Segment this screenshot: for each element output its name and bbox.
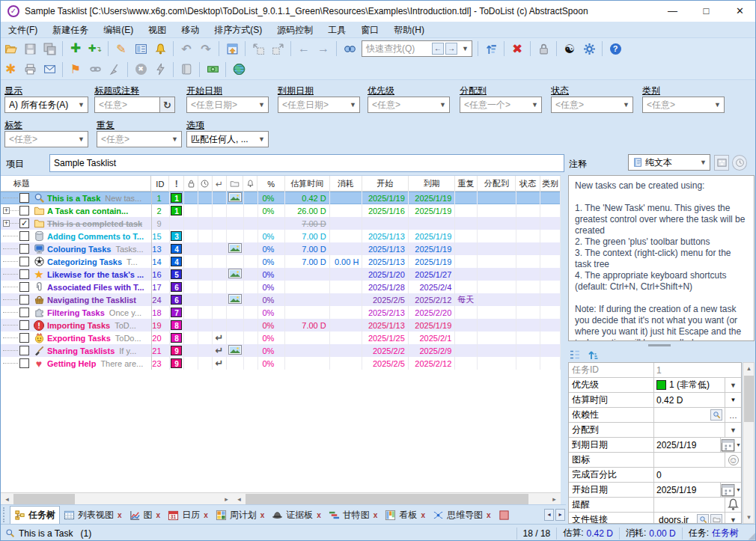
task-row-2[interactable]: +A Task can contain...210%26.00 D2025/1/…	[1, 204, 561, 217]
icon-picker-icon[interactable]: ☺	[725, 453, 741, 467]
save-button[interactable]	[21, 40, 39, 58]
filter-combo[interactable]: <任意日期>▼	[278, 97, 360, 113]
find-prev-icon[interactable]: ←	[432, 43, 444, 55]
filter-combo[interactable]: 匹配任何人, ...▼	[186, 131, 269, 147]
move-in-button[interactable]	[269, 40, 287, 58]
filter-combo[interactable]: <任意>▼	[368, 97, 450, 113]
task-checkbox[interactable]	[19, 282, 29, 292]
tab-tree[interactable]: 任务树	[10, 506, 60, 524]
attribute-value[interactable]: 0	[654, 468, 725, 482]
magnifier-icon[interactable]	[697, 514, 709, 524]
reminder-icon[interactable]	[725, 498, 741, 512]
tab-scroll-left-icon[interactable]: ◂	[544, 509, 554, 521]
comments-splitter-handle[interactable]	[648, 344, 671, 346]
resize-grip[interactable]: ◢	[749, 531, 755, 541]
find-next-icon[interactable]: →	[445, 43, 457, 55]
link-button[interactable]	[86, 61, 104, 79]
attribute-value[interactable]: 2025/1/19	[654, 483, 720, 497]
task-checkbox[interactable]	[19, 231, 29, 241]
filter-combo[interactable]: A) 所有任务(A)▼	[4, 97, 88, 113]
task-checkbox[interactable]	[19, 333, 29, 343]
close-button[interactable]: ✕	[723, 1, 756, 22]
task-checkbox[interactable]	[19, 269, 29, 279]
toggle-filter-icon[interactable]: ↻	[159, 97, 174, 112]
menu-item-0[interactable]: 文件(F)	[1, 22, 45, 38]
task-checkbox[interactable]	[19, 346, 29, 355]
filter-input[interactable]: <任意>↻	[94, 97, 175, 113]
comments-option-button[interactable]	[714, 155, 729, 171]
column-header-id[interactable]: ID	[151, 176, 169, 192]
preferences-button[interactable]	[580, 40, 598, 58]
cancel-button[interactable]: ✖	[132, 61, 150, 79]
column-header-file[interactable]	[227, 176, 244, 192]
tree-horizontal-scrollbar[interactable]: ◂ ▸	[1, 492, 233, 505]
comments-clock-button[interactable]	[732, 155, 747, 171]
column-header-pct[interactable]: %	[257, 176, 285, 192]
menu-item-6[interactable]: 源码控制	[269, 22, 320, 38]
spellcheck-button[interactable]: ✱	[1, 61, 19, 79]
attribute-value[interactable]	[654, 498, 725, 512]
column-header-title[interactable]: 标题	[1, 176, 151, 192]
sort-button[interactable]	[482, 40, 500, 58]
tab-scroll-right-icon[interactable]: ▸	[555, 509, 565, 521]
columns-horizontal-scrollbar[interactable]: ◂ ▸	[233, 492, 561, 505]
edit-button[interactable]: ✎	[112, 40, 130, 58]
redo-button[interactable]: ↷	[197, 40, 215, 58]
undo-button[interactable]: ↶	[177, 40, 195, 58]
log-button[interactable]	[177, 61, 195, 79]
reminder-button[interactable]	[151, 40, 169, 58]
new-task-button[interactable]: ✚	[67, 40, 85, 58]
column-header-est[interactable]: 估算时间	[285, 176, 330, 192]
column-header-spent[interactable]: 消耗	[330, 176, 363, 192]
task-row-14[interactable]: Categorizing TasksT...1440%7.00 D0.00 H2…	[1, 255, 561, 268]
tab-week[interactable]: 周计划x	[212, 506, 269, 524]
filter-combo[interactable]: <任意>▼	[642, 97, 725, 113]
attribute-value[interactable]	[654, 423, 725, 437]
maximize-button[interactable]: □	[689, 1, 723, 22]
edit-dialog-button[interactable]	[132, 40, 150, 58]
task-row-20[interactable]: Exporting TasksToDo...208↵0%2025/1/25202…	[1, 331, 561, 344]
attribute-value[interactable]	[654, 408, 725, 422]
close-tab-icon[interactable]: x	[487, 511, 491, 519]
attribute-value[interactable]	[654, 453, 725, 467]
help-button[interactable]: ?	[606, 40, 624, 58]
tab-chart[interactable]: 图x	[126, 506, 165, 524]
close-tab-icon[interactable]: x	[374, 511, 378, 519]
expand-icon[interactable]: +	[3, 220, 10, 227]
filter-combo[interactable]: <任意日期>▼	[186, 97, 269, 113]
maximize-tasklist-button[interactable]	[223, 40, 241, 58]
task-checkbox[interactable]	[19, 308, 29, 317]
close-tab-icon[interactable]: x	[260, 511, 265, 519]
attribute-value[interactable]: 1 (非常低)	[654, 378, 725, 392]
task-row-18[interactable]: Filtering TasksOnce y...1870%2025/2/1320…	[1, 306, 561, 319]
forward-button[interactable]: →	[314, 40, 332, 58]
attribute-list-icon[interactable]	[569, 349, 581, 364]
tab-calendar[interactable]: 31日历x	[164, 506, 212, 524]
scroll-right-icon[interactable]: ▸	[549, 495, 559, 504]
sort-attributes-icon[interactable]	[587, 349, 599, 364]
close-tab-icon[interactable]: x	[204, 511, 208, 519]
chevron-down-icon[interactable]: ▼	[725, 423, 741, 437]
attribute-value[interactable]: 2025/1/19	[654, 438, 720, 452]
attribute-value[interactable]: 1	[654, 363, 725, 377]
menu-item-9[interactable]: 帮助(H)	[386, 22, 432, 38]
close-tab-icon[interactable]: x	[156, 511, 161, 519]
open-button[interactable]	[1, 40, 19, 58]
cleanup-button[interactable]	[106, 61, 124, 79]
lightning-button[interactable]	[151, 61, 169, 79]
task-checkbox[interactable]	[19, 257, 29, 266]
task-row-16[interactable]: ★Likewise for the task's ...1650%2025/1/…	[1, 268, 561, 281]
task-row-21[interactable]: Sharing TasklistsIf y...219↵0%2025/2/220…	[1, 344, 561, 357]
flag-button[interactable]: ⚑	[67, 61, 85, 79]
column-header-lock[interactable]	[184, 176, 198, 192]
email-button[interactable]	[40, 61, 58, 79]
web-button[interactable]	[230, 61, 248, 79]
task-comments[interactable]: New tasks can be created using: 1. The '…	[568, 175, 755, 341]
delete-button[interactable]: ✖	[508, 40, 526, 58]
column-header-dep[interactable]: ↵	[213, 176, 227, 192]
task-row-19[interactable]: !Importing TasksToD...1980%7.00 D2025/1/…	[1, 319, 561, 331]
folder-icon[interactable]	[710, 514, 722, 524]
tabbar-gripper[interactable]	[3, 507, 8, 522]
scroll-right-icon[interactable]: ▸	[222, 495, 231, 504]
calendar-icon[interactable]: ▼	[720, 483, 741, 497]
